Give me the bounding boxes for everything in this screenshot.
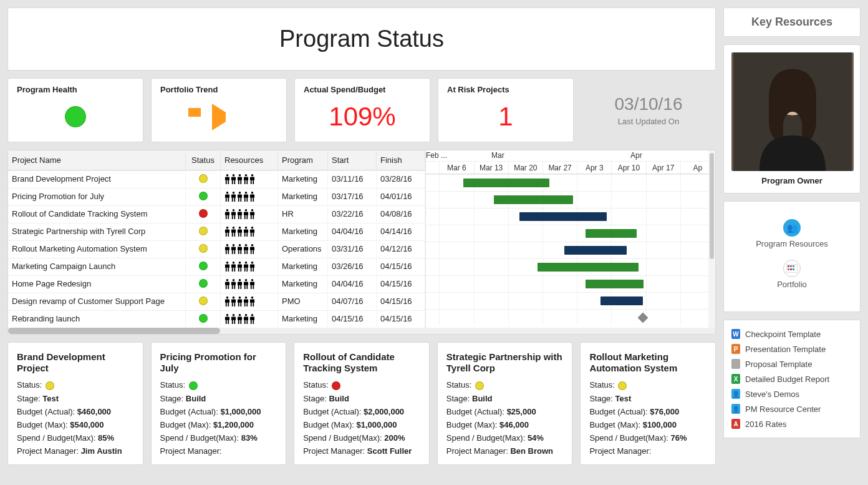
owner-label: Program Owner	[731, 176, 852, 185]
gantt-bar[interactable]	[538, 263, 639, 272]
document-link[interactable]: PPresentation Template	[731, 341, 852, 356]
cell-start: 03/22/16	[328, 205, 377, 223]
cell-resources	[221, 240, 278, 258]
col-resources[interactable]: Resources	[221, 150, 278, 170]
label-budget-actual: Budget (Actual):	[160, 407, 218, 416]
horizontal-scrollbar[interactable]	[8, 328, 715, 334]
person-icon	[243, 244, 249, 254]
gantt-week: Mar 6	[440, 162, 474, 174]
gantt-row[interactable]	[426, 208, 715, 225]
detail-title: Strategic Partnership with Tyrell Corp	[446, 351, 564, 374]
person-icon	[237, 262, 243, 272]
cell-status	[186, 223, 221, 240]
label-pm: Project Manager:	[303, 446, 365, 456]
doc-label: Detailed Budget Report	[745, 375, 829, 384]
document-link[interactable]: Proposal Template	[731, 356, 852, 371]
col-program[interactable]: Program	[278, 150, 328, 170]
gantt-chart[interactable]: Feb ... Mar Apr Mar 6Mar 13Mar 20Mar 27A…	[426, 150, 715, 328]
person-icon	[237, 227, 243, 237]
table-row[interactable]: Design revamp of Customer Support PagePM…	[8, 293, 425, 310]
table-row[interactable]: Rollout of Candidate Tracking SystemHR03…	[8, 205, 425, 223]
portfolio-icon	[783, 260, 801, 277]
svg-rect-4	[790, 265, 792, 267]
person-icon	[224, 262, 230, 272]
cell-resources	[221, 170, 278, 188]
kpi-trend-label: Portfolio Trend	[160, 85, 277, 94]
gantt-row[interactable]	[426, 242, 715, 258]
table-row[interactable]: Rebranding launchMarketing04/15/1604/15/…	[8, 310, 425, 328]
cell-resources	[221, 258, 278, 275]
document-link[interactable]: 👤PM Resource Center	[731, 401, 852, 416]
document-link[interactable]: XDetailed Budget Report	[731, 371, 852, 386]
status-dot-icon	[199, 244, 208, 253]
vertical-scrollbar[interactable]	[708, 150, 715, 328]
person-icon	[249, 227, 255, 237]
project-detail-card[interactable]: Strategic Partnership with Tyrell CorpSt…	[437, 342, 573, 465]
gantt-bar[interactable]	[586, 280, 644, 288]
person-icon	[243, 314, 249, 324]
document-link[interactable]: A2016 Rates	[731, 416, 852, 431]
cell-resources	[221, 310, 278, 328]
table-row[interactable]: Strategic Partnership with Tyrell CorpMa…	[8, 223, 425, 240]
cell-program: Marketing	[278, 170, 328, 188]
gantt-row[interactable]	[426, 174, 715, 191]
label-pm: Project Manager:	[17, 446, 79, 456]
gantt-row[interactable]	[426, 292, 715, 309]
project-detail-card[interactable]: Rollout of Candidate Tracking SystemStat…	[294, 342, 430, 465]
gantt-bar[interactable]	[494, 195, 573, 204]
page-title: Program Status	[7, 7, 716, 71]
gantt-row[interactable]	[426, 225, 715, 242]
updated-date: 03/10/16	[615, 94, 683, 114]
doc-label: Checkpoint Template	[745, 330, 821, 339]
label-status: Status:	[160, 380, 185, 389]
label-budget-max: Budget (Max):	[303, 420, 354, 429]
value-budget-actual: $76,000	[650, 407, 679, 416]
portfolio-link[interactable]: Portfolio	[730, 260, 854, 289]
col-status[interactable]: Status	[186, 150, 221, 170]
table-row[interactable]: Brand Development ProjectMarketing03/11/…	[8, 170, 425, 188]
program-owner-card[interactable]: Program Owner	[723, 44, 861, 194]
person-icon	[231, 192, 236, 202]
month-apr: Apr	[630, 151, 642, 160]
col-start[interactable]: Start	[328, 150, 377, 170]
person-icon	[224, 192, 230, 202]
value-stage: Build	[186, 394, 206, 403]
gantt-bar[interactable]	[586, 229, 637, 238]
program-resources-link[interactable]: 👥 Program Resources	[730, 219, 854, 248]
document-link[interactable]: WCheckpoint Template	[731, 326, 852, 341]
person-icon	[243, 192, 249, 202]
gantt-row[interactable]	[426, 309, 715, 326]
kpi-last-updated: 03/10/16 Last Updated On	[581, 78, 716, 142]
project-detail-card[interactable]: Brand Development ProjectStatus: Stage: …	[7, 342, 143, 465]
col-project-name[interactable]: Project Name	[8, 150, 186, 170]
gantt-row[interactable]	[426, 275, 715, 292]
gantt-row[interactable]	[426, 191, 715, 208]
milestone-icon[interactable]	[638, 313, 649, 323]
cell-start: 03/11/16	[328, 170, 377, 188]
table-row[interactable]: Rollout Marketing Automation SystemOpera…	[8, 240, 425, 258]
doc-label: 2016 Rates	[745, 419, 787, 429]
cell-name: Brand Development Project	[8, 170, 186, 188]
cell-finish: 04/12/16	[377, 240, 425, 258]
kpi-spend-value: 109%	[329, 102, 395, 132]
people-icon: 👥	[783, 219, 801, 237]
gantt-bar[interactable]	[519, 212, 607, 221]
table-row[interactable]: Pricing Promotion for JulyMarketing03/17…	[8, 188, 425, 205]
person-icon	[237, 174, 243, 184]
table-row[interactable]: Marketing Campaign LaunchMarketing03/26/…	[8, 258, 425, 275]
label-stage: Stage:	[303, 394, 327, 403]
gantt-bar[interactable]	[564, 246, 627, 255]
cell-name: Home Page Redesign	[8, 275, 186, 293]
label-budget-actual: Budget (Actual):	[446, 407, 504, 416]
gantt-bar[interactable]	[600, 296, 643, 305]
table-row[interactable]: Home Page RedesignMarketing04/04/1604/15…	[8, 275, 425, 293]
col-finish[interactable]: Finish	[377, 150, 425, 170]
value-spend-budget: 83%	[241, 433, 258, 443]
project-detail-card[interactable]: Rollout Marketing Automation SystemStatu…	[580, 342, 716, 465]
value-budget-max: $1,200,000	[213, 420, 254, 429]
gantt-row[interactable]	[426, 258, 715, 275]
label-budget-max: Budget (Max):	[589, 420, 640, 429]
gantt-bar[interactable]	[463, 179, 549, 187]
project-detail-card[interactable]: Pricing Promotion for JulyStatus: Stage:…	[151, 342, 287, 465]
document-link[interactable]: 👤Steve's Demos	[731, 386, 852, 401]
